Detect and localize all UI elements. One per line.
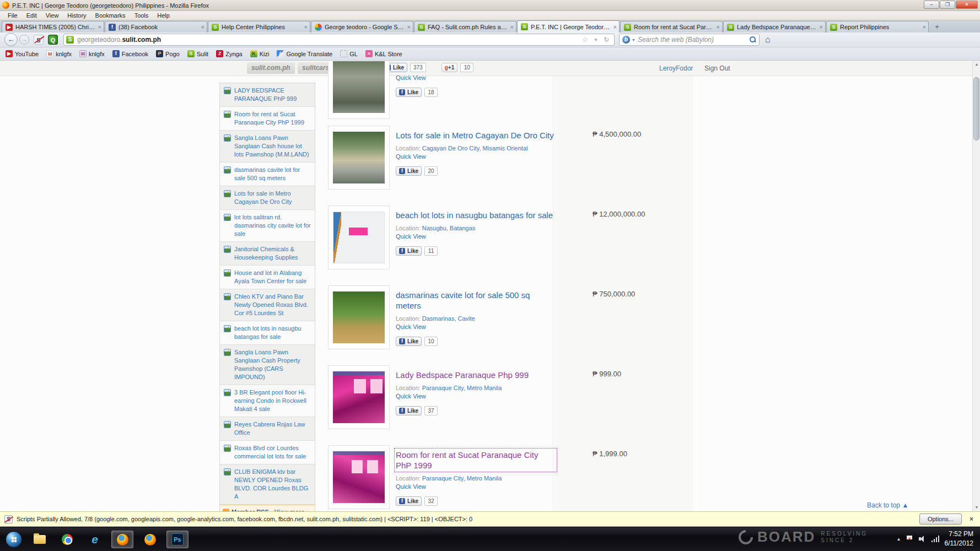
- quick-view-link[interactable]: Quick View: [396, 393, 556, 399]
- listing-title-link[interactable]: beach lot lots in nasugbu batangas for s…: [396, 210, 553, 220]
- listing-photo[interactable]: [333, 371, 385, 423]
- listing-photo[interactable]: [333, 451, 385, 503]
- sulit-logo[interactable]: sulit.com.ph: [247, 62, 295, 74]
- quick-view-link[interactable]: Quick View: [396, 323, 556, 330]
- taskbar-photoshop[interactable]: Ps: [166, 531, 189, 548]
- bookmark-kl-store[interactable]: ≈K&L Store: [363, 49, 405, 58]
- tab-pet-inc-active[interactable]: S P.E.T. INC | George Teodoro (... ×: [517, 20, 620, 33]
- facebook-like-button[interactable]: fLike: [396, 406, 422, 415]
- tab-google-search[interactable]: George teodoro - Google Sear... ×: [311, 21, 413, 33]
- listing-thumbnail-card[interactable]: [328, 445, 390, 509]
- search-box[interactable]: b ▼: [619, 34, 760, 46]
- menu-help[interactable]: Help: [153, 12, 174, 19]
- sidebar-listing-link[interactable]: dasmarinas cavite lot for sale 500 sq me…: [234, 166, 311, 182]
- menu-tools[interactable]: Tools: [130, 12, 153, 19]
- taskbar-firefox[interactable]: [111, 531, 133, 548]
- network-signal-icon[interactable]: [931, 536, 939, 542]
- search-input[interactable]: [638, 36, 750, 44]
- options-button[interactable]: Options...: [919, 514, 962, 525]
- search-engine-dropdown-icon[interactable]: ▼: [632, 38, 636, 42]
- sidebar-listing-link[interactable]: Chleo KTV and Piano Bar Newly Opened Rox…: [234, 293, 311, 317]
- listing-thumbnail-card[interactable]: [328, 365, 390, 429]
- back-button[interactable]: ←: [4, 33, 18, 46]
- tab-close-icon[interactable]: ×: [201, 24, 204, 30]
- sidebar-listing-link[interactable]: House and lot in Alabang Ayala Town Cent…: [234, 269, 311, 285]
- listing-photo[interactable]: [333, 61, 385, 113]
- sidebar-listing-link[interactable]: LADY BEDSPACE PARANAQUE PhP 999: [234, 87, 311, 103]
- quick-view-link[interactable]: Quick View: [396, 153, 556, 160]
- listing-photo[interactable]: [333, 212, 385, 263]
- bookmark-zynga[interactable]: ZZynga: [214, 49, 245, 58]
- close-button[interactable]: ×: [956, 1, 978, 9]
- taskbar-firefox-2[interactable]: [139, 531, 161, 548]
- scroll-down-arrow[interactable]: ▼: [973, 504, 980, 511]
- home-button[interactable]: ⌂: [765, 35, 771, 45]
- noscript-addon-icon[interactable]: S: [34, 35, 44, 45]
- sidebar-listing-link[interactable]: CLUB ENIGMA ktv bar NEWLY OPENED Roxas B…: [234, 468, 311, 501]
- facebook-like-button[interactable]: fLike: [396, 337, 422, 346]
- location-link[interactable]: Nasugbu, Batangas: [422, 225, 476, 231]
- tab-close-icon[interactable]: ×: [613, 24, 617, 30]
- bookmark-facebook[interactable]: fFacebook: [110, 49, 150, 58]
- listing-title-link[interactable]: Lady Bedspace Paranaque Php 999: [396, 370, 529, 380]
- maximize-button[interactable]: ❐: [940, 1, 955, 9]
- sidebar-listing-link[interactable]: Sangla Loans Pawn Sanglaan Cash house lo…: [234, 134, 311, 159]
- tab-harsh-times[interactable]: ▶ HARSH TIMES (2005) Christia... ×: [2, 21, 104, 33]
- bookmark-youtube[interactable]: ▶YouTube: [3, 49, 41, 58]
- sidebar-listing-link[interactable]: Lots for sale in Metro Cagayan De Oro Ci…: [234, 190, 311, 206]
- tab-help-center[interactable]: S Help Center Philippines ×: [208, 21, 310, 33]
- minimize-button[interactable]: –: [924, 1, 939, 9]
- babylon-search-icon[interactable]: b: [622, 36, 630, 44]
- location-link[interactable]: Cagayan De Oro City, Misamis Oriental: [422, 145, 528, 152]
- bookmark-kizi[interactable]: KKizi: [248, 49, 272, 58]
- listing-thumbnail-card[interactable]: [328, 61, 390, 119]
- tab-lady-bedspace[interactable]: S Lady Bedspace Paranaque Ph... ×: [723, 21, 826, 33]
- bookmark-pogo[interactable]: PPogo: [154, 49, 182, 58]
- location-link[interactable]: Dasmarinas, Cavite: [422, 315, 475, 322]
- facebook-like-button[interactable]: fLike: [396, 88, 422, 97]
- quick-view-link[interactable]: Quick View: [396, 233, 556, 240]
- bookmark-star-icon[interactable]: ☆: [579, 36, 591, 44]
- facebook-like-button[interactable]: fLike: [396, 246, 422, 256]
- bookmark-sulit[interactable]: SSulit: [185, 49, 211, 58]
- bookmark-knlgfx-mail[interactable]: ✉knlgfx: [77, 49, 107, 58]
- location-link[interactable]: Paranaque City, Metro Manila: [422, 385, 502, 391]
- tab-close-icon[interactable]: ×: [717, 24, 720, 30]
- sidebar-listing-link[interactable]: Reyes Cabrera Rojas Law Office: [234, 420, 311, 437]
- url-dropdown-icon[interactable]: ▼: [591, 37, 601, 42]
- action-center-flag-icon[interactable]: [907, 536, 913, 542]
- menu-history[interactable]: History: [63, 12, 90, 19]
- taskbar-clock[interactable]: 7:52 PM 6/11/2012: [945, 530, 977, 548]
- sidebar-listing-link[interactable]: Janitorial Chemicals & Housekeeping Supp…: [234, 245, 311, 262]
- facebook-like-button[interactable]: fLike: [396, 166, 422, 176]
- sidebar-listing-link[interactable]: lot lots salitran rd. dasmarinas city ca…: [234, 213, 311, 238]
- bookmark-gl[interactable]: GL: [338, 49, 360, 58]
- tab-faq-sulit[interactable]: S FAQ - Sulit.com.ph Rules and... ×: [414, 21, 516, 33]
- tab-close-icon[interactable]: ×: [510, 24, 514, 30]
- volume-icon[interactable]: [919, 536, 926, 542]
- scroll-up-arrow[interactable]: ▲: [973, 61, 980, 68]
- sidebar-listing-link[interactable]: beach lot lots in nasugbu batangas for s…: [234, 325, 311, 341]
- facebook-like-button[interactable]: fLike: [396, 496, 422, 506]
- menu-bookmarks[interactable]: Bookmarks: [91, 12, 130, 19]
- menu-file[interactable]: File: [3, 12, 22, 19]
- sidebar-listing-link[interactable]: Room for rent at Sucat Paranaque City Ph…: [234, 110, 311, 127]
- tab-close-icon[interactable]: ×: [98, 24, 101, 30]
- vertical-scrollbar[interactable]: ▲ ▼: [972, 61, 980, 511]
- sidebar-listing-link[interactable]: Sangla Loans Pawn Sanglaan Cash Property…: [234, 348, 311, 381]
- taskbar-explorer[interactable]: [29, 531, 51, 548]
- notification-close-icon[interactable]: ×: [970, 515, 973, 523]
- menu-view[interactable]: View: [41, 12, 63, 19]
- scrollbar-thumb[interactable]: [973, 77, 979, 141]
- listing-thumbnail-card[interactable]: [328, 206, 390, 269]
- quick-view-link[interactable]: Quick View: [396, 74, 556, 81]
- listing-title-link[interactable]: Lots for sale in Metro Cagayan De Oro Ci…: [396, 130, 554, 141]
- tab-close-icon[interactable]: ×: [820, 24, 823, 30]
- sidebar-listing-link[interactable]: 3 BR Elegant pool floor Hi-earning Condo…: [234, 388, 311, 413]
- tab-report-philippines[interactable]: S Report Philippines ×: [826, 21, 929, 33]
- location-link[interactable]: Paranaque City, Metro Manila: [422, 475, 502, 482]
- tab-facebook[interactable]: f (38) Facebook ×: [105, 21, 207, 33]
- bookmark-knlgfx-gmail[interactable]: Mknlgfx: [44, 49, 74, 58]
- show-hidden-icons-arrow[interactable]: ▲: [897, 537, 901, 542]
- listing-title-link[interactable]: Room for rent at Sucat Paranaque City Ph…: [396, 450, 556, 471]
